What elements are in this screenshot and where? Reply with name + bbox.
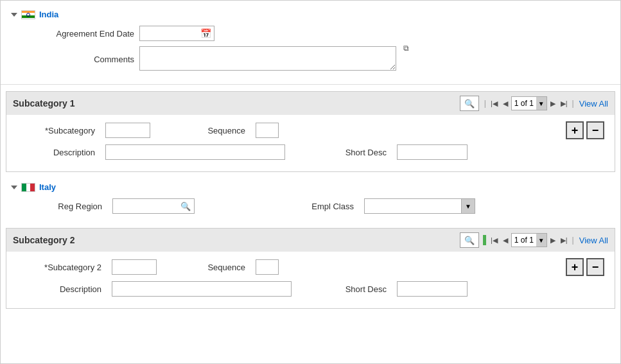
date-field[interactable] <box>140 28 198 40</box>
description1-input[interactable] <box>105 144 285 160</box>
subcategory2-label: *Subcategory 2 <box>17 263 107 272</box>
subcategory1-last-page-button[interactable]: ▶| <box>559 99 570 108</box>
subcategory2-prev-page-button[interactable]: ◀ <box>501 236 510 245</box>
comments-row: Comments ⧉ <box>11 46 610 73</box>
subcategory1-search-button[interactable]: 🔍 <box>460 96 479 111</box>
india-flag <box>21 10 35 19</box>
subcategory1-row2: Description Short Desc <box>17 144 604 160</box>
subcategory2-next-page-button[interactable]: ▶ <box>548 236 557 245</box>
sequence1-input[interactable] <box>256 123 279 138</box>
subcategory1-page-dropdown-button[interactable]: ▼ <box>536 97 547 110</box>
subcategory2-add-button[interactable]: + <box>566 258 584 276</box>
short-desc2-label: Short Desc <box>334 284 392 294</box>
italy-label: Italy <box>39 182 56 192</box>
sequence2-label: Sequence <box>199 263 250 272</box>
subcategory1-input[interactable] <box>105 123 150 138</box>
subcategory2-status-bar <box>483 235 486 245</box>
empl-class-select-wrap: ▼ <box>364 198 475 214</box>
empl-class-dropdown-button[interactable]: ▼ <box>461 199 475 213</box>
subcategory1-prev-page-button[interactable]: ◀ <box>501 99 510 108</box>
subcategory1-next-page-button[interactable]: ▶ <box>548 99 557 108</box>
subcategory2-row2: Description Short Desc <box>17 281 604 297</box>
subcategory1-title: Subcategory 1 <box>13 98 456 108</box>
italy-flag <box>21 183 35 192</box>
subcategory1-add-button[interactable]: + <box>566 121 584 139</box>
subcategory2-view-all-link[interactable]: View All <box>579 236 608 245</box>
reg-region-label: Reg Region <box>37 202 107 211</box>
subcategory1-section: Subcategory 1 🔍 | |◀ ◀ ▼ ▶ ▶| | View All… <box>6 91 615 172</box>
short-desc2-input[interactable] <box>397 281 468 297</box>
subcategory1-row1: *Subcategory Sequence + − <box>17 121 604 139</box>
subcategory2-page-dropdown-button[interactable]: ▼ <box>536 234 547 247</box>
calendar-button[interactable]: 📅 <box>198 27 214 40</box>
subcategory1-body: *Subcategory Sequence + − Description Sh… <box>6 115 615 171</box>
india-label: India <box>39 10 58 19</box>
india-collapse-icon[interactable] <box>11 13 17 17</box>
subcategory2-last-page-button[interactable]: ▶| <box>559 236 570 245</box>
subcategory2-page-input-wrap: ▼ <box>511 233 547 247</box>
subcategory2-row1: *Subcategory 2 Sequence + − <box>17 258 604 276</box>
italy-fields-row: Reg Region 🔍 Empl Class ▼ <box>11 198 610 214</box>
subcategory2-page-input[interactable] <box>512 236 536 245</box>
subcategory2-header: Subcategory 2 🔍 |◀ ◀ ▼ ▶ ▶| | View All <box>6 229 615 252</box>
subcategory1-add-remove: + − <box>566 121 604 139</box>
subcategory2-first-page-button[interactable]: |◀ <box>489 236 500 245</box>
italy-section: Italy Reg Region 🔍 Empl Class ▼ <box>1 178 620 221</box>
comments-textarea[interactable] <box>139 46 396 71</box>
comments-label: Comments <box>37 55 139 64</box>
india-header: India <box>11 10 610 19</box>
subcategory1-label: *Subcategory <box>17 126 100 135</box>
empl-class-label: Empl Class <box>295 202 359 211</box>
subcategory1-view-all-link[interactable]: View All <box>579 99 608 108</box>
subcategory2-section: Subcategory 2 🔍 |◀ ◀ ▼ ▶ ▶| | View All *… <box>6 228 615 309</box>
subcategory1-page-input[interactable] <box>512 99 536 108</box>
reg-region-search-button[interactable]: 🔍 <box>177 200 194 212</box>
subcategory1-page-input-wrap: ▼ <box>511 96 547 110</box>
subcategory1-first-page-button[interactable]: |◀ <box>489 99 500 108</box>
expand-icon[interactable]: ⧉ <box>403 44 409 53</box>
agreement-end-date-row: Agreement End Date 📅 <box>11 26 610 41</box>
description2-input[interactable] <box>112 281 292 297</box>
subcategory2-search-button[interactable]: 🔍 <box>460 232 479 248</box>
subcategory1-header: Subcategory 1 🔍 | |◀ ◀ ▼ ▶ ▶| | View All <box>6 92 615 115</box>
sequence2-input[interactable] <box>256 259 279 275</box>
agreement-end-date-input[interactable]: 📅 <box>139 26 214 41</box>
subcategory2-input[interactable] <box>112 259 157 275</box>
subcategory1-pagination: | |◀ ◀ ▼ ▶ ▶| | View All <box>483 96 608 110</box>
reg-region-input[interactable] <box>113 200 177 212</box>
description2-label: Description <box>17 284 107 294</box>
short-desc1-input[interactable] <box>397 144 468 160</box>
india-section: India Agreement End Date 📅 Comments ⧉ <box>1 6 620 85</box>
reg-region-input-wrap: 🔍 <box>112 198 195 214</box>
description1-label: Description <box>17 148 100 157</box>
agreement-end-date-label: Agreement End Date <box>37 29 139 39</box>
subcategory2-title: Subcategory 2 <box>13 235 456 245</box>
subcategory2-add-remove: + − <box>566 258 604 276</box>
sequence1-label: Sequence <box>199 126 250 135</box>
short-desc1-label: Short Desc <box>334 148 392 157</box>
empl-class-select[interactable] <box>365 202 461 211</box>
subcategory1-remove-button[interactable]: − <box>586 121 604 139</box>
subcategory2-body: *Subcategory 2 Sequence + − Description … <box>6 252 615 308</box>
page-container: India Agreement End Date 📅 Comments ⧉ Su… <box>0 0 621 364</box>
subcategory2-remove-button[interactable]: − <box>586 258 604 276</box>
italy-collapse-icon[interactable] <box>11 186 17 189</box>
italy-header: Italy <box>11 182 610 192</box>
subcategory2-pagination: |◀ ◀ ▼ ▶ ▶| | View All <box>483 233 608 247</box>
comments-wrap: ⧉ <box>139 46 396 73</box>
